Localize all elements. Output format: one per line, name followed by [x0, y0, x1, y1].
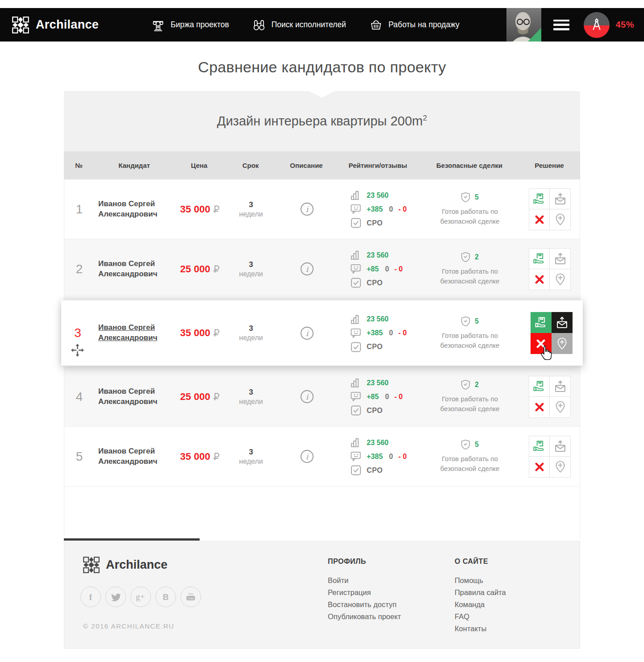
deal-hand-icon — [535, 316, 547, 329]
nav-item-project-exchange[interactable]: Биржа проектов — [151, 18, 229, 32]
footer-link-register[interactable]: Регистрация — [328, 588, 401, 597]
safe-deals-count: 5 — [475, 317, 479, 325]
candidate-name-link[interactable]: Иванов Сергей Александрович — [98, 323, 175, 343]
profile-progress-percent: 45% — [615, 20, 634, 30]
deal-hand-icon — [533, 380, 545, 392]
add-location-button[interactable] — [552, 333, 573, 354]
facebook-icon[interactable] — [80, 587, 101, 607]
footer-brand-name: Archilance — [106, 558, 167, 572]
nav-label: Работы на продажу — [389, 20, 460, 29]
reviews-neutral: 0 — [389, 329, 393, 337]
reject-button[interactable] — [529, 209, 550, 230]
accept-deal-button[interactable] — [529, 248, 550, 269]
add-location-button[interactable] — [550, 209, 571, 230]
vk-icon[interactable] — [155, 587, 176, 607]
col-header-safe-deals: Безопасные сделки — [420, 162, 519, 169]
mail-up-icon — [554, 193, 566, 205]
send-message-button[interactable] — [550, 376, 571, 397]
footer-link-team[interactable]: Команда — [455, 600, 506, 609]
description-info-icon[interactable] — [300, 202, 314, 216]
send-message-button[interactable] — [550, 248, 571, 269]
nav-item-find-performers[interactable]: Поиск исполнителей — [252, 18, 346, 32]
copyright: © 2016 ARCHILANCE.RU — [83, 622, 174, 630]
table-row: 4 Иванов Сергей Александрович 25 000 3не… — [64, 367, 580, 427]
candidates-table: 1 Иванов Сергей Александрович 35 000 3не… — [64, 179, 580, 487]
mail-up-icon — [554, 253, 566, 265]
brand[interactable]: Archilance — [12, 17, 99, 33]
pin-plus-icon — [556, 337, 568, 350]
description-info-icon[interactable] — [300, 390, 314, 404]
footer-link-publish-project[interactable]: Опубликовать проект — [328, 612, 401, 621]
term-unit: недели — [239, 210, 263, 218]
send-message-button[interactable] — [550, 188, 571, 209]
footer-link-faq[interactable]: FAQ — [455, 612, 506, 621]
drafting-compass-icon — [590, 18, 603, 32]
add-location-button[interactable] — [550, 269, 571, 290]
profile-progress[interactable]: 45% — [584, 12, 634, 38]
accept-deal-button[interactable] — [529, 188, 550, 209]
twitter-icon[interactable] — [105, 587, 126, 607]
reject-button[interactable] — [529, 457, 550, 478]
move-drag-icon[interactable] — [71, 344, 84, 357]
footer-link-help[interactable]: Помощь — [455, 576, 506, 585]
description-info-icon[interactable] — [300, 326, 314, 340]
description-info-icon[interactable] — [300, 450, 314, 463]
candidate-name-link[interactable]: Иванов Сергей Александрович — [98, 199, 175, 220]
youtube-icon[interactable] — [180, 587, 201, 607]
add-location-button[interactable] — [550, 397, 571, 418]
main-nav: Биржа проектов Поиск исполнителей Работы… — [151, 18, 460, 32]
safe-deals-cell: 5 Готов работать по безопасной сделке — [421, 316, 519, 350]
add-location-button[interactable] — [550, 457, 571, 478]
price-value: 35 000 — [180, 451, 210, 462]
hamburger-menu-icon[interactable] — [553, 20, 569, 30]
safe-deals-cell: 5 Готов работать по безопасной сделке — [421, 439, 519, 474]
accept-deal-button[interactable] — [529, 436, 550, 457]
reviews-icon — [351, 204, 361, 214]
footer-link-restore-access[interactable]: Востановить доступ — [328, 600, 401, 609]
safe-deals-count: 5 — [475, 193, 479, 201]
bar-chart-icon — [351, 190, 361, 200]
footer-brand[interactable]: Archilance — [83, 557, 167, 573]
safe-deals-cell: 2 Готов работать по безопасной сделке — [421, 379, 519, 414]
candidate-name-link[interactable]: Иванов Сергей Александрович — [98, 387, 175, 407]
ruble-icon — [213, 329, 219, 337]
reviews-negative: - 0 — [394, 393, 403, 401]
table-row: 2 Иванов Сергей Александрович 25 000 3не… — [64, 239, 580, 299]
row-number: 3 — [61, 326, 94, 340]
send-message-button[interactable] — [552, 312, 573, 333]
pin-plus-icon — [554, 273, 566, 285]
candidate-name-link[interactable]: Иванов Сергей Александрович — [98, 259, 175, 279]
safe-deals-count: 5 — [475, 441, 479, 449]
col-header-price: Цена — [175, 162, 224, 169]
reviews-positive: +85 — [367, 393, 379, 401]
row-number: 4 — [64, 390, 94, 404]
candidate-name-link[interactable]: Иванов Сергей Александрович — [98, 446, 175, 467]
reviews-negative: - 0 — [398, 329, 407, 337]
footer-link-site-rules[interactable]: Правила сайта — [455, 588, 506, 597]
term-value: 3 — [249, 324, 253, 333]
brand-name: Archilance — [36, 18, 99, 32]
shield-icon — [461, 252, 470, 262]
footer-link-contacts[interactable]: Контакты — [455, 625, 506, 633]
accept-deal-button[interactable] — [531, 312, 552, 333]
term-value: 3 — [249, 388, 253, 397]
reviews-icon — [351, 451, 361, 462]
safe-deals-cell: 5 Готов работать по безопасной сделке — [421, 192, 519, 226]
footer-link-login[interactable]: Войти — [328, 576, 401, 585]
term-unit: недели — [239, 270, 263, 278]
accept-deal-button[interactable] — [529, 376, 550, 397]
nav-item-works-for-sale[interactable]: Работы на продажу — [369, 18, 460, 32]
table-row-active: 3 Иванов Сергей Александрович 35 000 3не… — [61, 300, 583, 366]
bar-chart-icon — [351, 437, 361, 448]
bar-chart-icon — [351, 378, 361, 388]
reject-button[interactable] — [529, 269, 550, 290]
send-message-button[interactable] — [550, 436, 571, 457]
description-info-icon[interactable] — [300, 262, 314, 276]
google-plus-icon[interactable] — [130, 587, 151, 607]
top-navigation-bar: Archilance Биржа проектов Поиск исполнит… — [0, 8, 644, 42]
safe-deal-text: Готов работать по безопасной сделке — [433, 394, 507, 414]
reject-button[interactable] — [529, 397, 550, 418]
x-icon — [535, 275, 544, 284]
user-avatar[interactable] — [506, 8, 541, 42]
reviews-negative: - 0 — [398, 205, 407, 213]
